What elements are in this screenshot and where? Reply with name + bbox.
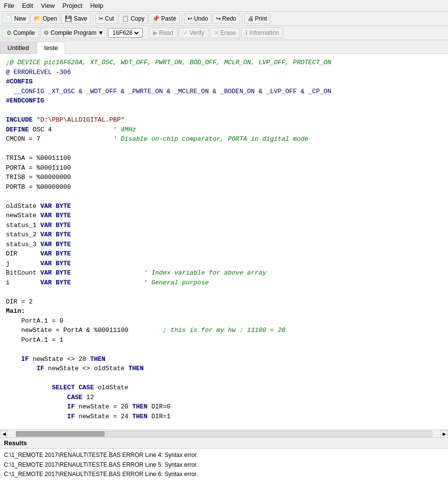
scroll-thumb[interactable] [16,431,105,436]
results-title: Results [4,439,27,447]
separator-3 [242,13,242,24]
error-line-1: C:\1_REMOTE 2017\RENAULT\TESTE.BAS ERROR… [4,451,444,460]
verify-icon: ✓ [183,29,188,36]
error-line-3: C:\1_REMOTE 2017\RENAULT\TESTE.BAS ERROR… [4,470,444,479]
compile-bar: ⚙ Compile ⚙ Compile Program ▼ 16F628 16F… [0,26,448,40]
new-button[interactable]: 📄 New [2,13,29,24]
tab-bar: Untitled teste [0,40,448,54]
menu-file[interactable]: File [0,1,18,10]
info-icon: ℹ [245,29,248,36]
open-button[interactable]: 📂 Open [30,13,60,24]
undo-button[interactable]: ↩ Undo [184,13,211,24]
cut-button[interactable]: ✂ Cut [95,13,118,24]
save-button[interactable]: 💾 Save [61,13,90,24]
save-icon: 💾 [65,15,72,22]
separator-2 [182,13,182,24]
read-button[interactable]: ▶ Read [149,27,178,38]
menu-edit[interactable]: Edit [18,1,37,10]
tab-untitled[interactable]: Untitled [0,42,36,53]
compile-program-icon: ⚙ [44,29,49,36]
print-icon: 🖨 [248,15,254,22]
compile-program-button[interactable]: ⚙ Compile Program ▼ [40,27,107,38]
undo-icon: ↩ [187,15,192,22]
chip-selector[interactable]: 16F628 16F84 16F877 [108,28,143,38]
redo-icon: ↪ [216,15,221,22]
chevron-down-icon: ▼ [98,29,104,36]
menu-help[interactable]: Help [86,1,107,10]
scroll-track[interactable] [16,431,432,437]
paste-icon: 📌 [152,15,159,22]
open-icon: 📂 [34,15,41,22]
compile-icon: ⚙ [6,29,12,36]
print-button[interactable]: 🖨 Print [244,13,271,24]
copy-button[interactable]: 📋 Copy [118,13,148,24]
erase-button[interactable]: ✕ Erase [210,27,240,38]
menu-project[interactable]: Project [58,1,86,10]
scroll-right-button[interactable]: ▶ [440,430,448,438]
toolbar: 📄 New 📂 Open 💾 Save ✂ Cut 📋 Copy 📌 Paste… [0,12,448,26]
new-icon: 📄 [5,15,13,22]
information-button[interactable]: ℹ Information [241,27,283,38]
cut-icon: ✂ [99,15,104,22]
erase-icon: ✕ [214,29,219,36]
menu-view[interactable]: View [37,1,58,10]
editor-container[interactable]: ;@ DEVICE pic16F628A, XT_OSC, WDT_OFF, P… [0,54,448,430]
redo-button[interactable]: ↪ Redo [212,13,240,24]
tab-teste[interactable]: teste [37,42,65,54]
results-content: C:\1_REMOTE 2017\RENAULT\TESTE.BAS ERROR… [0,448,448,481]
results-bar: Results [0,437,448,448]
read-icon: ▶ [153,29,158,36]
error-line-2: C:\1_REMOTE 2017\RENAULT\TESTE.BAS ERROR… [4,460,444,470]
scroll-left-button[interactable]: ◀ [0,430,8,438]
code-editor[interactable]: ;@ DEVICE pic16F628A, XT_OSC, WDT_OFF, P… [0,54,448,430]
copy-icon: 📋 [122,15,129,22]
compile-button[interactable]: ⚙ Compile [2,27,39,38]
menu-bar: File Edit View Project Help [0,0,448,12]
separator-1 [93,13,93,24]
horizontal-scrollbar[interactable]: ◀ ▶ [0,430,448,437]
paste-button[interactable]: 📌 Paste [149,13,180,24]
chip-dropdown[interactable]: 16F628 16F84 16F877 [110,29,140,37]
verify-button[interactable]: ✓ Verify [179,27,209,38]
